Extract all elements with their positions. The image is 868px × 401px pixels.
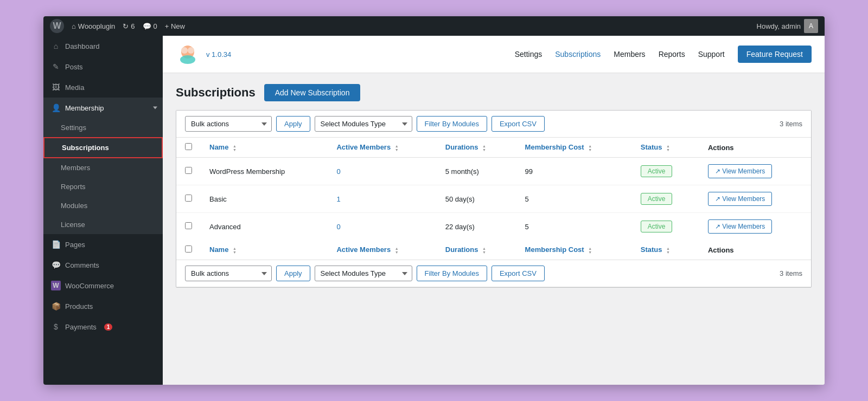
view-members-button-2[interactable]: ↗ View Members (708, 219, 772, 234)
bulk-actions-select-bottom[interactable]: Bulk actions (185, 266, 272, 281)
nav-support[interactable]: Support (698, 50, 725, 59)
col-header-actions: Actions (699, 138, 811, 158)
col-footer-membership-cost[interactable]: Membership Cost (516, 240, 632, 260)
col-header-active-members[interactable]: Active Members (328, 138, 436, 158)
sidebar-label-posts: Posts (65, 63, 83, 71)
sidebar-item-media[interactable]: 🖼 Media (43, 77, 163, 98)
woocommerce-icon: W (51, 281, 61, 290)
active-members-link-1[interactable]: 1 (336, 195, 340, 203)
svg-point-1 (181, 47, 188, 54)
table-row: WordPress Membership 0 5 month(s) 99 Act… (176, 158, 811, 185)
sidebar-item-products[interactable]: 📦 Products (43, 296, 163, 316)
admin-bar-left: W ⌂ Woooplugin ↻ 6 💬 0 + New (50, 19, 748, 33)
updates-count: 6 (131, 22, 135, 30)
row-status-2: Active (632, 213, 699, 241)
comments-icon: 💬 (143, 22, 151, 30)
active-members-link-0[interactable]: 0 (336, 167, 340, 176)
col-header-status[interactable]: Status (632, 138, 699, 158)
nav-settings[interactable]: Settings (515, 50, 542, 59)
col-footer-active-members[interactable]: Active Members (328, 240, 436, 260)
view-members-button-0[interactable]: ↗ View Members (708, 164, 772, 178)
bottom-toolbar: Bulk actions Apply Select Modules Type F… (176, 260, 811, 287)
col-header-membership-cost[interactable]: Membership Cost (516, 138, 632, 158)
sidebar-label-reports: Reports (61, 183, 86, 191)
new-label: + New (165, 22, 185, 30)
col-footer-durations[interactable]: Durations (437, 240, 516, 260)
row-membership-cost-0: 99 (516, 158, 632, 185)
row-status-1: Active (632, 185, 699, 213)
svg-point-2 (188, 47, 194, 54)
plugin-header: v 1.0.34 Settings Subscriptions Members … (163, 36, 825, 73)
admin-bar-new[interactable]: + New (165, 22, 185, 30)
plugin-nav: Settings Subscriptions Members Reports S… (515, 46, 812, 63)
sidebar-item-reports[interactable]: Reports (43, 177, 163, 196)
status-sort-icon (666, 144, 670, 152)
view-members-button-1[interactable]: ↗ View Members (708, 192, 772, 206)
wp-logo-icon[interactable]: W (50, 19, 64, 33)
admin-bar-site[interactable]: ⌂ Woooplugin (72, 22, 115, 30)
status-badge-1: Active (641, 193, 673, 205)
admin-bar-comments[interactable]: 💬 0 (143, 22, 157, 30)
nav-subscriptions[interactable]: Subscriptions (555, 50, 601, 59)
apply-button-bottom[interactable]: Apply (276, 266, 310, 281)
col-footer-status[interactable]: Status (632, 240, 699, 260)
admin-bar-updates[interactable]: ↻ 6 (123, 22, 135, 30)
sidebar-item-dashboard[interactable]: ⌂ Dashboard (43, 36, 163, 56)
sidebar-item-settings[interactable]: Settings (43, 118, 163, 137)
name-sort-icon-footer (233, 247, 237, 254)
export-csv-button-top[interactable]: Export CSV (492, 116, 545, 132)
sidebar-item-posts[interactable]: ✎ Posts (43, 56, 163, 77)
select-modules-type-bottom[interactable]: Select Modules Type (315, 266, 412, 281)
sidebar-label-members: Members (61, 164, 90, 172)
row-checkbox-input-0[interactable] (185, 167, 192, 174)
select-all-checkbox[interactable] (185, 143, 192, 150)
export-csv-button-bottom[interactable]: Export CSV (492, 266, 545, 281)
svg-point-3 (180, 55, 195, 64)
select-modules-type-top[interactable]: Select Modules Type (315, 116, 412, 132)
howdy-text: Howdy, admin (757, 22, 801, 30)
sidebar-label-license: License (61, 221, 85, 229)
nav-members[interactable]: Members (614, 50, 645, 59)
feature-request-button[interactable]: Feature Request (738, 46, 812, 63)
row-durations-0: 5 month(s) (437, 158, 516, 185)
payments-badge: 1 (104, 324, 113, 331)
select-all-checkbox-footer[interactable] (185, 245, 192, 253)
table-footer-row: Name Active Members Durations (176, 240, 811, 260)
sidebar-item-pages[interactable]: 📄 Pages (43, 234, 163, 255)
bulk-actions-select-top[interactable]: Bulk actions (185, 116, 272, 132)
nav-reports[interactable]: Reports (659, 50, 685, 59)
row-name-1: Basic (201, 185, 328, 213)
active-members-link-2[interactable]: 0 (336, 223, 340, 231)
pages-icon: 📄 (51, 240, 61, 249)
posts-icon: ✎ (51, 62, 61, 72)
sidebar-item-modules[interactable]: Modules (43, 196, 163, 215)
col-header-durations[interactable]: Durations (437, 138, 516, 158)
avatar: A (804, 19, 818, 33)
sidebar-item-woocommerce[interactable]: W WooCommerce (43, 275, 163, 296)
cost-sort-icon-footer (588, 247, 592, 254)
sidebar-item-members[interactable]: Members (43, 158, 163, 177)
row-checkbox-input-1[interactable] (185, 195, 192, 202)
row-durations-2: 22 day(s) (437, 213, 516, 241)
row-checkbox-2 (176, 213, 201, 241)
add-new-subscription-button[interactable]: Add New Subscription (264, 84, 361, 101)
howdy-section[interactable]: Howdy, admin A (757, 19, 818, 33)
row-checkbox-input-2[interactable] (185, 222, 192, 229)
subscriptions-table: Name Active Members Durations (176, 138, 811, 260)
filter-by-modules-button-bottom[interactable]: Filter By Modules (417, 266, 487, 281)
apply-button-top[interactable]: Apply (276, 116, 310, 132)
col-footer-name[interactable]: Name (201, 240, 328, 260)
row-status-0: Active (632, 158, 699, 185)
sidebar-item-payments[interactable]: $ Payments 1 (43, 316, 163, 337)
sidebar-item-comments[interactable]: 💬 Comments (43, 255, 163, 275)
dashboard-icon: ⌂ (51, 41, 61, 51)
row-membership-cost-1: 5 (516, 185, 632, 213)
col-header-name[interactable]: Name (201, 138, 328, 158)
top-toolbar: Bulk actions Apply Select Modules Type F… (176, 111, 811, 138)
filter-by-modules-button-top[interactable]: Filter By Modules (417, 116, 487, 132)
sidebar-item-subscriptions[interactable]: Subscriptions (43, 137, 163, 158)
sidebar-item-license[interactable]: License (43, 215, 163, 234)
row-checkbox-1 (176, 185, 201, 213)
sidebar-item-membership[interactable]: 👤 Membership (43, 98, 163, 118)
sidebar-label-pages: Pages (65, 241, 85, 249)
